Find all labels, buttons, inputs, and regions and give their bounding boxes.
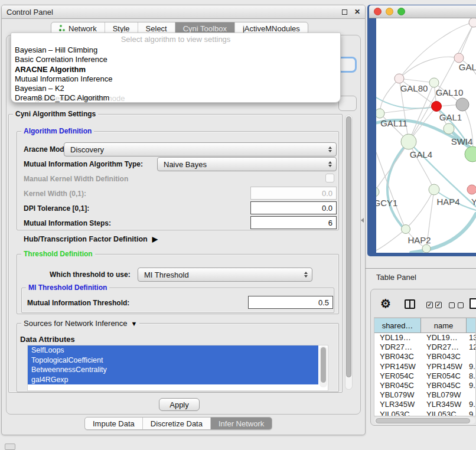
- algorithm-option-mutual-information-inference[interactable]: Mutual Information Inference: [11, 74, 340, 84]
- data-attribute-item-selfloops[interactable]: SelfLoops: [28, 345, 318, 356]
- table-row[interactable]: YPR145WYPR145W9.: [374, 362, 475, 371]
- close-icon[interactable]: ✕: [354, 8, 360, 16]
- tab-label: Select: [146, 24, 167, 33]
- sources-title-text: Sources for Network Inference: [24, 319, 128, 328]
- network-node[interactable]: [456, 98, 469, 111]
- algorithm-option-aracne-algorithm[interactable]: ARACNE Algorithm: [11, 65, 340, 74]
- tab-infer-network[interactable]: Infer Network: [210, 418, 272, 429]
- table-cell: YBR045C: [421, 381, 467, 390]
- network-node-gal7[interactable]: [454, 53, 464, 63]
- minimize-traffic-light-icon[interactable]: [386, 8, 393, 15]
- network-node-y[interactable]: [467, 185, 476, 194]
- algorithm-option-basic-correlation-inference[interactable]: Basic Correlation Inference: [11, 55, 340, 64]
- algorithm-option-bayesian-hill-climbing[interactable]: Bayesian – Hill Climbing: [11, 45, 340, 55]
- table-row[interactable]: YBR045CYBR045C9.: [374, 381, 475, 390]
- algorithm-option-bayesian-k2[interactable]: Bayesian – K2: [11, 84, 340, 93]
- algorithm-option-dream8-dc-tdc-algorithm[interactable]: Dream8 DC_TDC Algorithm: [11, 93, 340, 103]
- table-cell: 9.: [467, 362, 476, 371]
- attributes-scrollbar[interactable]: [319, 346, 327, 387]
- collapse-arrow-icon[interactable]: ▼: [131, 320, 138, 327]
- table-body: YDL19…YDL19…13YDR27…YDR27…12YBR043CYBR04…: [374, 333, 475, 416]
- table-cell: YDR27…: [421, 343, 467, 352]
- network-node-gal10[interactable]: [429, 78, 439, 87]
- mi-threshold-label: Mutual Information Threshold:: [27, 299, 129, 307]
- data-attribute-item-gal4rgexp[interactable]: gal4RGexp: [28, 375, 318, 385]
- table-row[interactable]: YDR27…YDR27…12: [374, 343, 475, 352]
- threshold-definition-title: Threshold Definition: [21, 250, 95, 258]
- network-node-gal11[interactable]: [376, 109, 384, 118]
- data-attributes-items: SelfLoopsTopologicalCoefficientBetweenne…: [28, 345, 318, 384]
- network-node-swi4[interactable]: [444, 123, 454, 134]
- table-row[interactable]: YDL19…YDL19…13: [374, 333, 475, 343]
- column-header-col2[interactable]: [467, 318, 476, 333]
- apply-button[interactable]: Apply: [159, 398, 200, 411]
- dropdown-placeholder: Select algorithm to view settings: [11, 33, 340, 43]
- zoom-traffic-light-icon[interactable]: [397, 8, 405, 15]
- tab-discretize-data[interactable]: Discretize Data: [142, 418, 210, 429]
- network-edge: [376, 97, 435, 109]
- network-node-gal4[interactable]: [401, 134, 416, 149]
- sources-group-title[interactable]: Sources for Network Inference▼: [21, 319, 139, 328]
- expand-arrow-icon[interactable]: ▶: [152, 235, 158, 243]
- network-node[interactable]: [422, 244, 431, 253]
- table-scrollbar-thumb[interactable]: [376, 418, 470, 423]
- control-panel-titlebar[interactable]: Control Panel ✕: [2, 5, 365, 19]
- data-attribute-item-betweennesscentrality[interactable]: BetweennessCentrality: [28, 365, 318, 375]
- network-node-hap2[interactable]: [402, 225, 410, 234]
- network-edge: [411, 214, 476, 253]
- network-icon: [59, 25, 66, 32]
- node-table[interactable]: shared…name YDL19…YDL19…13YDR27…YDR27…12…: [374, 317, 476, 416]
- manual-kernel-width-checkbox[interactable]: [325, 174, 334, 182]
- table-cell: 9.: [467, 400, 476, 409]
- mi-algorithm-type-select[interactable]: Naive Bayes: [157, 157, 337, 171]
- dpi-tolerance-input[interactable]: 0.0: [250, 201, 337, 214]
- stepper-arrows-icon: [328, 146, 332, 152]
- hub-tf-definition-section[interactable]: Hub/Transcription Factor Definition▶: [24, 235, 158, 243]
- table-cell: 9.: [467, 381, 476, 390]
- table-row[interactable]: YIL053CYIL053C9: [374, 410, 475, 417]
- splitter-collapse-icon[interactable]: [361, 218, 364, 223]
- column-layout-icon[interactable]: [405, 299, 415, 309]
- network-node-gcy1[interactable]: [376, 187, 379, 197]
- table-row[interactable]: YBL079WYBL079W: [374, 390, 475, 400]
- network-node-hap4[interactable]: [429, 184, 439, 195]
- which-threshold-select[interactable]: MI Threshold: [138, 268, 312, 282]
- network-node-gal1[interactable]: [432, 102, 442, 112]
- select-all-checkbox-icon[interactable]: ✓: [435, 302, 442, 308]
- network-edge: [380, 106, 436, 113]
- network-node[interactable]: [469, 18, 476, 27]
- mi-steps-input[interactable]: 6: [250, 216, 337, 229]
- network-canvas[interactable]: GAL7GAL80GAL10GAL1GAL11SWI4GAL4GCY1HAP4Y…: [376, 18, 476, 253]
- mi-threshold-input[interactable]: 0.5: [248, 296, 333, 309]
- table-cell: YDL19…: [421, 333, 467, 343]
- table-row[interactable]: YBR043CYBR043C: [374, 352, 475, 361]
- deselect-all-checkbox-icon[interactable]: [449, 302, 455, 308]
- table-row[interactable]: YER054CYER054C8.: [374, 371, 475, 381]
- export-table-icon[interactable]: [470, 298, 476, 309]
- table-cell: YBR045C: [374, 381, 421, 390]
- settings-scrollbar[interactable]: [345, 115, 353, 390]
- data-attribute-item-topologicalcoefficient[interactable]: TopologicalCoefficient: [28, 356, 318, 366]
- network-window-titlebar[interactable]: [369, 5, 476, 18]
- table-horizontal-scrollbar[interactable]: [374, 417, 475, 424]
- manual-kernel-width-label: Manual Kernel Width Definition: [24, 175, 128, 183]
- tab-impute-data[interactable]: Impute Data: [85, 418, 142, 429]
- network-node[interactable]: [465, 146, 476, 162]
- kernel-width-input[interactable]: 0.0: [250, 187, 337, 200]
- aracne-mode-select[interactable]: Discovery: [64, 142, 337, 156]
- attributes-scrollbar-thumb[interactable]: [321, 347, 326, 383]
- table-cell: YDL19…: [374, 333, 421, 343]
- table-row[interactable]: YLR345WYLR345W9.: [374, 400, 475, 409]
- column-header-name[interactable]: name: [421, 318, 467, 333]
- close-traffic-light-icon[interactable]: [374, 8, 382, 15]
- column-header-shared[interactable]: shared…: [374, 318, 421, 333]
- network-node-gal80[interactable]: [395, 74, 404, 83]
- data-attributes-list[interactable]: SelfLoopsTopologicalCoefficientBetweenne…: [27, 345, 328, 391]
- table-cell: YBL079W: [374, 390, 421, 400]
- select-all-checkbox-icon[interactable]: ✓: [426, 302, 433, 308]
- float-window-icon[interactable]: [342, 9, 347, 15]
- table-settings-gear-icon[interactable]: ⚙: [380, 298, 391, 309]
- deselect-all-checkbox-icon[interactable]: [458, 302, 464, 308]
- node-label-gal1: GAL1: [439, 112, 462, 122]
- settings-scrollbar-thumb[interactable]: [346, 116, 351, 377]
